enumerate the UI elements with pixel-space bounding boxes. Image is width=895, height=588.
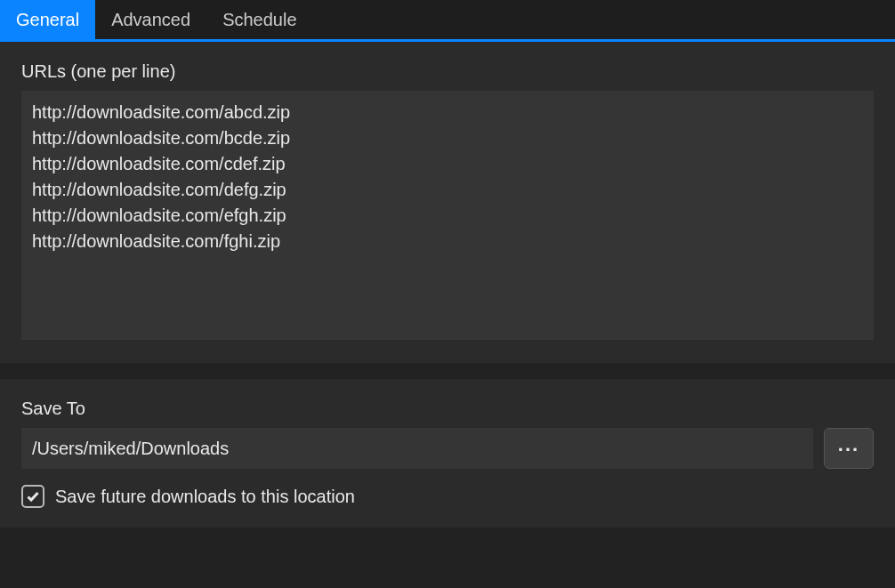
tab-advanced[interactable]: Advanced [95, 0, 206, 39]
urls-textarea[interactable] [21, 91, 874, 340]
check-icon [26, 489, 40, 503]
urls-panel: URLs (one per line) [0, 42, 895, 363]
urls-label: URLs (one per line) [21, 61, 874, 82]
tab-general[interactable]: General [0, 0, 95, 39]
save-to-label: Save To [21, 399, 874, 419]
save-future-checkbox-label[interactable]: Save future downloads to this location [55, 487, 355, 507]
browse-button[interactable]: ... [824, 428, 874, 469]
save-future-checkbox-row: Save future downloads to this location [21, 485, 874, 508]
content-area: URLs (one per line) Save To ... Save fut… [0, 42, 895, 528]
save-to-row: ... [21, 428, 874, 469]
save-path-input[interactable] [21, 428, 813, 469]
tab-bar: General Advanced Schedule [0, 0, 895, 42]
save-panel: Save To ... Save future downloads to thi… [0, 379, 895, 528]
save-future-checkbox[interactable] [21, 485, 44, 508]
tab-schedule[interactable]: Schedule [206, 0, 312, 39]
